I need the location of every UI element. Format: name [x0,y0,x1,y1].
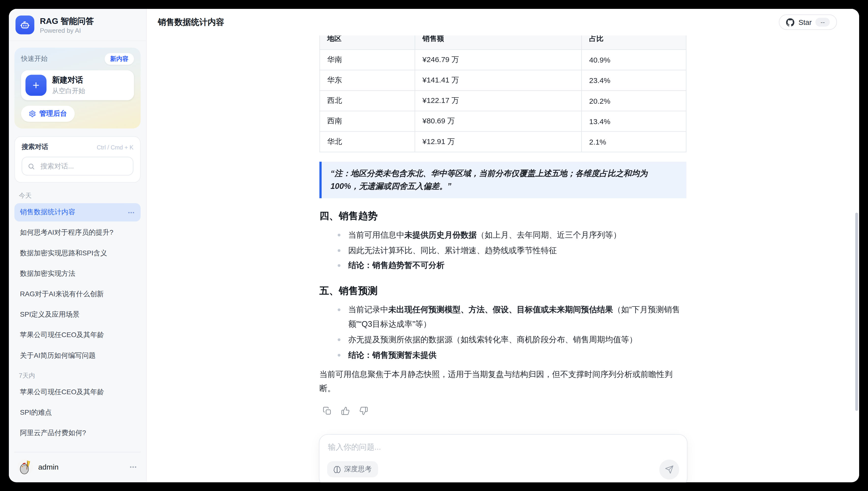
main-header: 销售数据统计内容 Star -- [147,9,859,35]
new-content-badge: 新内容 [104,53,134,65]
trend-bullet-list: 当前可用信息中未提供历史月份数据（如上月、去年同期、近三个月序列等） 因此无法计… [319,228,686,273]
github-star-button[interactable]: Star -- [779,14,837,30]
search-label: 搜索对话 [22,142,48,152]
section-heading-trend: 四、销售趋势 [319,209,686,223]
conversation-item[interactable]: RAG对于AI来说有什么创新 [14,285,141,304]
new-chat-subtitle: 从空白开始 [52,86,85,95]
user-menu-ellipsis-icon[interactable] [129,463,138,471]
sidebar: RAG 智能问答 Powered by AI 快速开始 新内容 新建对话 从空白… [9,9,147,482]
search-input[interactable] [39,162,127,171]
bullet-item: 因此无法计算环比、同比、累计增速、趋势线或季节性特征 [319,243,686,258]
col-header-share: 占比 [582,35,686,50]
conversation-list: 今天 销售数据统计内容 如何思考AI对于程序员的提升? 数据加密实现思路和SPI… [9,183,146,452]
sidebar-header: RAG 智能问答 Powered by AI [9,9,146,41]
table-header-row: 地区 销售额 占比 [320,35,686,50]
conversation-item[interactable]: SPI的难点 [14,404,141,422]
bullet-item: 亦无提及预测所依据的数据源（如线索转化率、商机阶段分布、销售周期均值等） [319,333,686,347]
conversation-item[interactable]: 阿里云产品付费如何? [14,424,141,442]
admin-backend-button[interactable]: 管理后台 [21,106,74,122]
assistant-message: 地区 销售额 占比 华南¥246.79 万40.9% 华东¥141.41 万23… [319,35,686,415]
conversation-item[interactable]: 数据加密实现思路和SPI含义 [14,244,141,262]
col-header-region: 地区 [320,35,415,50]
search-shortcut: Ctrl / Cmd + K [97,144,133,150]
conversation-item[interactable]: 关于AI简历如何编写问题 [14,347,141,365]
star-label: Star [799,18,812,26]
bullet-item: 结论：销售预测暂未提供 [319,348,686,363]
quick-start-label: 快速开始 [21,54,48,63]
thumbs-up-button[interactable] [341,406,350,415]
stage: RAG 智能问答 Powered by AI 快速开始 新内容 新建对话 从空白… [0,0,868,491]
message-actions [319,406,686,415]
closing-paragraph: 当前可用信息聚焦于本月静态快照，适用于当期复盘与结构归因，但不支撑时间序列分析或… [319,368,686,395]
bullet-item: 当前可用信息中未提供历史月份数据（如上月、去年同期、近三个月序列等） [319,228,686,242]
plus-icon [25,75,46,96]
gear-icon [29,110,36,117]
robot-logo-icon [16,16,34,34]
thumbs-down-button[interactable] [359,406,368,415]
app-subtitle: Powered by AI [40,27,94,34]
bullet-item: 当前记录中未出现任何预测模型、方法、假设、目标值或未来期间预估结果（如“下月预测… [319,303,686,331]
table-row: 西南¥80.69 万13.4% [320,111,686,132]
star-count-badge: -- [815,18,830,27]
sales-table: 地区 销售额 占比 华南¥246.79 万40.9% 华东¥141.41 万23… [319,35,686,152]
conversation-item[interactable]: 数据加密实现方法 [14,265,141,283]
group-label-today: 今天 [14,187,141,203]
new-chat-button[interactable]: 新建对话 从空白开始 [21,70,134,100]
app-title: RAG 智能问答 [40,16,94,26]
deep-think-label: 深度思考 [344,465,372,474]
section-heading-forecast: 五、销售预测 [319,284,686,297]
github-icon [786,18,795,26]
bullet-item: 结论：销售趋势暂不可分析 [319,259,686,273]
table-row: 华北¥12.91 万2.1% [320,132,686,152]
conversation-item[interactable]: 苹果公司现任CEO及其年龄 [14,383,141,401]
ellipsis-icon[interactable] [127,208,135,216]
quick-start-card: 快速开始 新内容 新建对话 从空白开始 管理后台 [14,48,141,128]
col-header-sales: 销售额 [415,35,582,50]
table-row: 西北¥122.17 万20.2% [320,91,686,111]
scrollbar-thumb[interactable] [855,213,858,411]
page-title: 销售数据统计内容 [158,17,224,28]
username: admin [38,463,59,471]
send-button[interactable] [659,460,679,480]
search-icon [28,163,35,170]
forecast-bullet-list: 当前记录中未出现任何预测模型、方法、假设、目标值或未来期间预估结果（如“下月预测… [319,303,686,362]
conversation-item[interactable]: 如何思考AI对于程序员的提升? [14,224,141,242]
search-input-wrap [22,156,133,175]
table-row: 华南¥246.79 万40.9% [320,50,686,70]
deep-think-toggle[interactable]: 深度思考 [327,461,378,478]
user-avatar [18,459,33,474]
conversation-item[interactable]: SPI定义及应用场景 [14,306,141,324]
question-input[interactable] [327,442,679,460]
main-area: 销售数据统计内容 Star -- 地区 销售额 占比 [147,9,859,482]
note-quote: “注：地区分类未包含东北、华中等区域，当前分布仅覆盖上述五地；各维度占比之和均为… [319,162,686,198]
search-panel: 搜索对话 Ctrl / Cmd + K [14,136,141,183]
conversation-item[interactable]: 苹果公司现任CEO及其年龄 [14,326,141,344]
copy-button[interactable] [323,406,332,415]
group-label-7days: 7天内 [14,367,141,383]
conversation-item-active[interactable]: 销售数据统计内容 [14,203,141,221]
brain-icon [333,465,341,473]
sidebar-footer: admin [14,452,141,482]
admin-backend-label: 管理后台 [39,109,67,118]
app-window: RAG 智能问答 Powered by AI 快速开始 新内容 新建对话 从空白… [9,9,859,482]
message-scroll-area[interactable]: 地区 销售额 占比 华南¥246.79 万40.9% 华东¥141.41 万23… [147,35,859,482]
table-row: 华东¥141.41 万23.4% [320,70,686,90]
new-chat-title: 新建对话 [52,75,85,85]
composer: 深度思考 [319,434,687,482]
